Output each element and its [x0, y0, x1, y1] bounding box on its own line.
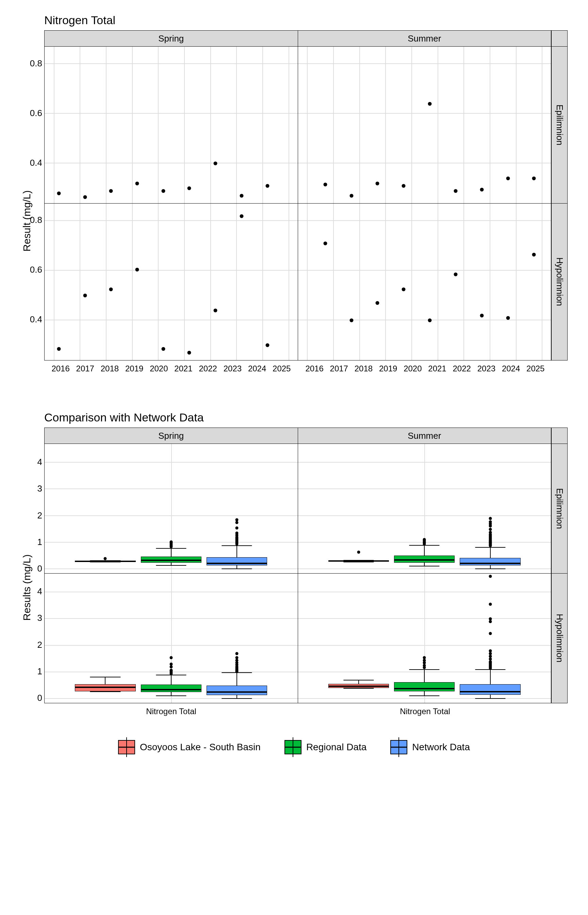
- data-point: [136, 268, 139, 271]
- boxplot-box: [394, 556, 455, 563]
- outlier-point: [357, 551, 360, 554]
- data-point: [428, 102, 431, 105]
- data-point: [109, 189, 113, 193]
- data-point: [83, 195, 87, 199]
- outlier-point: [489, 657, 492, 660]
- outlier-point: [236, 532, 239, 535]
- data-point: [239, 194, 243, 198]
- facet-row-hypolimnion-2: Hypolimnion: [551, 574, 567, 703]
- data-point: [376, 301, 380, 305]
- data-point: [402, 287, 405, 291]
- legend-key-icon: [390, 740, 407, 754]
- legend-item: Regional Data: [284, 740, 367, 754]
- data-point: [161, 189, 165, 193]
- outlier-point: [170, 666, 173, 669]
- facet-col-summer: Summer: [298, 31, 552, 46]
- outlier-point: [423, 659, 426, 662]
- legend-key-icon: [284, 740, 302, 754]
- outlier-point: [489, 650, 492, 653]
- data-point: [428, 318, 431, 322]
- facet-row-epilimnion-2: Epilimnion: [551, 444, 567, 573]
- data-point: [506, 316, 510, 320]
- data-point: [402, 184, 405, 188]
- outlier-point: [236, 652, 239, 655]
- data-point: [506, 176, 510, 180]
- data-point: [454, 189, 458, 193]
- data-point: [532, 252, 536, 256]
- data-point: [57, 347, 61, 351]
- facet-col-spring: Spring: [45, 31, 298, 46]
- data-point: [187, 186, 191, 190]
- data-point: [161, 347, 165, 351]
- legend-label: Regional Data: [306, 742, 367, 753]
- legend-key-icon: [118, 740, 135, 754]
- outlier-point: [236, 659, 239, 662]
- boxplot-box: [328, 684, 389, 688]
- data-point: [136, 181, 139, 185]
- facet-col-summer-2: Summer: [298, 428, 552, 443]
- data-point: [349, 318, 353, 322]
- outlier-point: [170, 663, 173, 666]
- boxplot-box: [207, 557, 267, 566]
- outlier-point: [489, 655, 492, 658]
- outlier-point: [170, 540, 173, 544]
- outlier-point: [489, 652, 492, 655]
- boxplot-box: [141, 685, 202, 692]
- outlier-point: [489, 528, 492, 531]
- boxplot-box: [460, 558, 520, 566]
- outlier-point: [236, 521, 239, 524]
- boxplot-box: [75, 561, 136, 562]
- legend-item: Network Data: [390, 740, 470, 754]
- outlier-point: [236, 519, 239, 522]
- data-point: [57, 191, 61, 195]
- data-point: [187, 351, 191, 355]
- outlier-point: [423, 656, 426, 659]
- x-ticks-scatter: 2016201720182019202020212022202320242025…: [44, 361, 552, 373]
- y-axis-label-box: Results (mg/L): [21, 554, 33, 621]
- data-point: [323, 241, 327, 245]
- outlier-point: [489, 632, 492, 635]
- outlier-point: [489, 531, 492, 534]
- outlier-point: [489, 603, 492, 606]
- facet-row-epilimnion: Epilimnion: [551, 47, 567, 203]
- data-point: [480, 188, 483, 191]
- box-facet-grid: Spring Summer EpilimnionHypolimnion: [44, 428, 568, 703]
- data-point: [266, 184, 270, 188]
- data-point: [376, 181, 380, 185]
- data-point: [239, 214, 243, 218]
- boxplot-box: [207, 685, 267, 695]
- data-point: [532, 176, 536, 180]
- outlier-point: [489, 618, 492, 621]
- boxplot-box: [394, 682, 455, 691]
- legend-label: Network Data: [412, 742, 470, 753]
- page: Nitrogen Total Result (mg/L) 0.40.60.80.…: [0, 0, 588, 775]
- outlier-point: [170, 669, 173, 672]
- outlier-point: [423, 661, 426, 664]
- outlier-point: [489, 517, 492, 520]
- boxplot-box: [141, 556, 202, 563]
- outlier-point: [489, 520, 492, 523]
- legend-label: Osoyoos Lake - South Basin: [140, 742, 261, 753]
- boxplot-box: [75, 684, 136, 691]
- outlier-point: [489, 620, 492, 623]
- outlier-point: [423, 664, 426, 667]
- data-point: [323, 183, 327, 186]
- outlier-point: [236, 661, 239, 664]
- scatter-facet-grid: Spring Summer EpilimnionHypolimnion: [44, 30, 568, 361]
- data-point: [266, 343, 270, 347]
- outlier-point: [423, 538, 426, 541]
- legend: Osoyoos Lake - South BasinRegional DataN…: [14, 740, 574, 754]
- boxplot-box: [328, 560, 389, 561]
- data-point: [480, 314, 483, 317]
- outlier-point: [236, 526, 239, 529]
- boxplot-box: [460, 684, 520, 695]
- outlier-point: [104, 557, 107, 560]
- outlier-point: [489, 660, 492, 663]
- data-point: [349, 194, 353, 198]
- chart-title-scatter: Nitrogen Total: [44, 14, 574, 27]
- chart-title-box: Comparison with Network Data: [44, 411, 574, 424]
- data-point: [454, 273, 458, 276]
- y-axis-label-scatter: Result (mg/L): [21, 190, 33, 252]
- data-point: [109, 287, 113, 291]
- data-point: [214, 309, 217, 312]
